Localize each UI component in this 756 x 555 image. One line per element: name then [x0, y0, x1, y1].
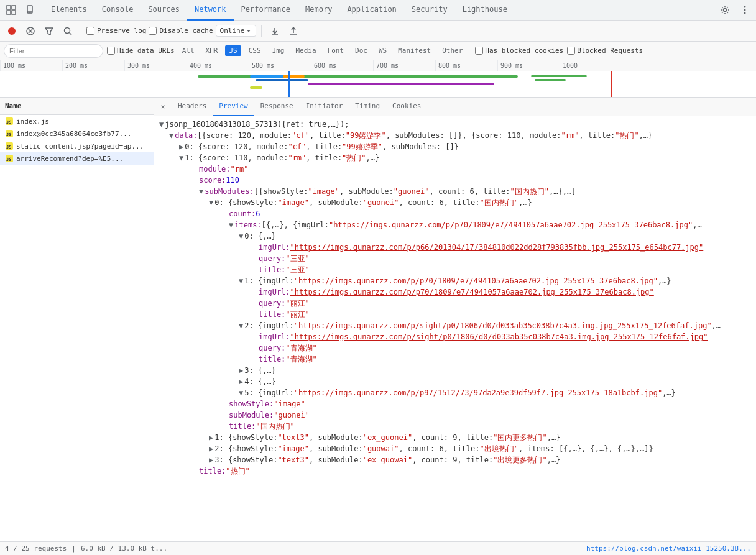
settings-icon[interactable]: [716, 1, 734, 19]
svg-point-16: [65, 27, 70, 33]
tab-console[interactable]: Console: [94, 0, 141, 21]
tick-700: 700 ms: [373, 60, 435, 71]
js-file-icon-2: JS: [5, 129, 14, 138]
json-line-11: imgUrl: "https://imgs.qunarzz.com/p/p66/…: [154, 242, 756, 253]
preserve-log-label[interactable]: Preserve log: [86, 27, 146, 35]
tick-100: 100 ms: [0, 60, 62, 71]
tab-network[interactable]: Network: [187, 0, 234, 21]
tick-200: 200 ms: [62, 60, 124, 71]
filter-manifest-button[interactable]: Manifest: [394, 45, 435, 56]
toggle-9[interactable]: ▼: [229, 219, 233, 231]
toggle-29[interactable]: ▶: [209, 443, 213, 454]
file-item-0[interactable]: JS index.js: [0, 115, 154, 127]
file-item-3[interactable]: JS arriveRecommend?dep=%E5...: [0, 152, 154, 165]
record-button[interactable]: [4, 23, 20, 39]
filter-doc-button[interactable]: Doc: [351, 45, 371, 56]
json-line-1: ▼ data: [{score: 120, module: "cf" , tit…: [154, 130, 756, 141]
timeline-bar-6: [250, 86, 262, 89]
filter-xhr-button[interactable]: XHR: [202, 45, 222, 56]
source-link[interactable]: https://blog.csdn.net/waixii 15250.38...: [586, 544, 751, 553]
toggle-7[interactable]: ▼: [209, 197, 213, 208]
hide-data-urls-checkbox[interactable]: [107, 47, 115, 55]
file-item-1[interactable]: JS index@0cc345a68064ce3fb77...: [0, 127, 154, 140]
toggle-28[interactable]: ▶: [209, 432, 213, 443]
toggle-10[interactable]: ▼: [239, 231, 243, 242]
filter-img-button[interactable]: Img: [269, 45, 288, 56]
svg-point-8: [744, 6, 746, 8]
devtools-settings: [716, 1, 754, 19]
tab-timing[interactable]: Timing: [349, 98, 386, 116]
json-line-27: title: "国内热门": [154, 421, 756, 432]
blocked-requests-checkbox[interactable]: [567, 47, 575, 55]
filter-icon[interactable]: [41, 23, 57, 39]
tab-security[interactable]: Security: [404, 0, 455, 21]
svg-point-6: [29, 12, 30, 13]
inspect-icon[interactable]: [2, 1, 20, 19]
filter-input[interactable]: [4, 44, 103, 58]
tab-headers[interactable]: Headers: [172, 98, 213, 116]
json-line-22: ▶ 3: {,…}: [154, 365, 756, 376]
blocked-requests-label[interactable]: Blocked Requests: [567, 47, 643, 55]
tab-elements[interactable]: Elements: [44, 0, 94, 21]
has-blocked-cookies-label[interactable]: Has blocked cookies: [475, 47, 563, 55]
import-button[interactable]: [267, 23, 283, 39]
device-icon[interactable]: [21, 1, 39, 19]
toggle-22[interactable]: ▶: [239, 365, 243, 376]
file-list-header: Name: [0, 98, 154, 115]
toggle-18[interactable]: ▼: [239, 320, 243, 331]
json-line-14: ▼ 1: {imgUrl: "https://imgs.qunarzz.com/…: [154, 275, 756, 287]
tab-performance[interactable]: Performance: [234, 0, 298, 21]
toggle-14[interactable]: ▼: [239, 275, 243, 287]
toggle-23[interactable]: ▶: [239, 376, 243, 387]
json-line-17: title: "丽江": [154, 309, 756, 320]
toolbar-sep2: [261, 25, 262, 37]
filter-css-button[interactable]: CSS: [245, 45, 265, 56]
throttle-select[interactable]: Online: [216, 25, 257, 37]
filter-all-button[interactable]: All: [178, 45, 198, 56]
disable-cache-checkbox[interactable]: [149, 27, 157, 35]
tab-lighthouse[interactable]: Lighthouse: [455, 0, 515, 21]
tab-initiator[interactable]: Initiator: [300, 98, 349, 116]
filter-other-button[interactable]: Other: [438, 45, 466, 56]
toggle-6[interactable]: ▼: [199, 186, 203, 197]
timeline-chart[interactable]: [0, 71, 756, 98]
disable-cache-label[interactable]: Disable cache: [149, 27, 213, 35]
export-button[interactable]: [285, 23, 302, 39]
clear-button[interactable]: [22, 23, 39, 39]
toggle-2[interactable]: ▶: [179, 141, 183, 152]
timeline-red-line: [611, 71, 612, 98]
tab-cookies[interactable]: Cookies: [386, 98, 427, 116]
toggle-30[interactable]: ▶: [209, 454, 213, 466]
filter-ws-button[interactable]: WS: [375, 45, 390, 56]
filter-media-button[interactable]: Media: [292, 45, 320, 56]
json-line-28: ▶ 1: {showStyle: "text3" , subModule: "e…: [154, 432, 756, 443]
has-blocked-cookies-checkbox[interactable]: [475, 47, 483, 55]
tab-preview[interactable]: Preview: [213, 98, 254, 116]
svg-text:JS: JS: [6, 120, 11, 125]
tab-sources[interactable]: Sources: [141, 0, 187, 21]
hide-data-urls-label[interactable]: Hide data URLs: [107, 47, 175, 55]
timeline-ruler: 100 ms 200 ms 300 ms 400 ms 500 ms 600 m…: [0, 60, 756, 71]
json-preview-content[interactable]: ▼ jsonp_1601804313018_57313({ret: true,……: [154, 116, 756, 541]
json-line-25: showStyle: "image": [154, 398, 756, 410]
svg-rect-0: [7, 6, 11, 9]
toggle-3[interactable]: ▼: [179, 152, 183, 163]
filter-js-button[interactable]: JS: [225, 45, 241, 56]
svg-point-9: [744, 9, 746, 11]
toggle-0[interactable]: ▼: [159, 119, 164, 130]
svg-marker-18: [247, 30, 251, 32]
tab-application[interactable]: Application: [339, 0, 403, 21]
file-item-2[interactable]: JS static_content.jsp?pageid=ap...: [0, 140, 154, 152]
search-button[interactable]: [60, 23, 76, 39]
tab-memory[interactable]: Memory: [298, 0, 339, 21]
preserve-log-checkbox[interactable]: [86, 27, 94, 35]
more-icon[interactable]: [736, 1, 754, 19]
close-panel-icon[interactable]: ✕: [157, 101, 169, 113]
tab-response[interactable]: Response: [254, 98, 300, 116]
svg-point-11: [8, 27, 16, 35]
toggle-24[interactable]: ▼: [239, 387, 243, 398]
timeline-bar-3: [256, 79, 308, 81]
svg-point-10: [744, 12, 746, 14]
toggle-1[interactable]: ▼: [169, 130, 173, 141]
filter-font-button[interactable]: Font: [324, 45, 348, 56]
